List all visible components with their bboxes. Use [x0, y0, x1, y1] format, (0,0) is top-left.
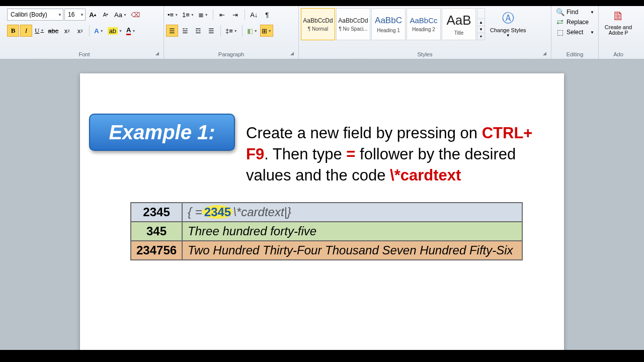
find-button[interactable]: 🔍 Find ▼: [553, 7, 596, 17]
group-editing-label: Editing: [553, 50, 596, 59]
cell-number: 234756: [131, 241, 182, 260]
change-styles-button[interactable]: Ⓐ Change Styles ▼: [487, 8, 529, 40]
group-styles: AaBbCcDd ¶ Normal AaBbCcDd ¶ No Spaci...…: [299, 6, 551, 59]
paragraph-dialog-launcher[interactable]: ◢: [290, 51, 296, 57]
workspace: Example 1: Create a new field by pressin…: [0, 59, 644, 350]
instruction-text: Create a new field by pressing on CTRL+ …: [246, 123, 549, 186]
sort-button[interactable]: A↓: [248, 9, 260, 21]
cell-number: 2345: [131, 203, 182, 222]
group-editing: 🔍 Find ▼ ⮂ Replace ⬚ Select ▼ Editing: [551, 6, 599, 59]
group-styles-label: Styles: [301, 50, 549, 59]
cell-number: 345: [131, 222, 182, 241]
text-effects-button[interactable]: A▼: [93, 25, 105, 37]
shading-button[interactable]: ◧▼: [246, 25, 259, 37]
font-size-value: 16: [68, 11, 74, 18]
bold-button[interactable]: B: [7, 25, 19, 37]
cell-fieldcode: { =2345\*cardtext|}: [182, 203, 522, 222]
style-gallery: AaBbCcDd ¶ Normal AaBbCcDd ¶ No Spaci...…: [301, 8, 485, 40]
group-paragraph-label: Paragraph: [166, 50, 296, 59]
cell-text: Two Hundred Thirty-Four Thousand Seven H…: [182, 241, 522, 260]
align-right-button[interactable]: ☲: [192, 25, 204, 37]
example-badge: Example 1:: [89, 114, 235, 151]
underline-button[interactable]: U▼: [33, 25, 45, 37]
create-pdf-button[interactable]: 🗎 Create and Adobe P: [601, 7, 636, 38]
cell-text: Three hundred forty-five: [182, 222, 522, 241]
numbering-button[interactable]: 1≡▼: [181, 9, 196, 21]
style-gallery-more[interactable]: ▲▼▾: [477, 8, 485, 40]
shrink-font-button[interactable]: A▾: [100, 9, 112, 21]
font-color-button[interactable]: A▼: [125, 25, 137, 37]
font-family-value: Calibri (Body): [11, 11, 47, 18]
align-center-button[interactable]: ☱: [179, 25, 191, 37]
line-spacing-button[interactable]: ‡≡▼: [224, 25, 239, 37]
group-adobe-label: Ado: [601, 50, 636, 59]
find-icon: 🔍: [555, 8, 565, 16]
group-adobe: 🗎 Create and Adobe P Ado: [599, 6, 638, 59]
decrease-indent-button[interactable]: ⇤: [216, 9, 228, 21]
style-nospacing[interactable]: AaBbCcDd ¶ No Spaci...: [336, 8, 370, 40]
change-styles-icon: Ⓐ: [502, 10, 514, 26]
font-size-combo[interactable]: 16▼: [64, 9, 86, 21]
style-heading1[interactable]: AaBbC Heading 1: [371, 8, 406, 40]
replace-button[interactable]: ⮂ Replace: [553, 17, 596, 27]
select-icon: ⬚: [555, 28, 565, 36]
show-marks-button[interactable]: ¶: [261, 9, 273, 21]
font-dialog-launcher[interactable]: ◢: [155, 51, 162, 57]
italic-button[interactable]: I: [20, 25, 32, 37]
table-row[interactable]: 2345 { =2345\*cardtext|}: [131, 203, 522, 222]
document-page[interactable]: Example 1: Create a new field by pressin…: [80, 73, 564, 350]
table-row[interactable]: 234756 Two Hundred Thirty-Four Thousand …: [131, 241, 522, 260]
justify-button[interactable]: ☰: [205, 25, 217, 37]
superscript-button[interactable]: x2: [74, 25, 86, 37]
highlight-button[interactable]: ab▼: [106, 25, 124, 37]
multilevel-button[interactable]: ≣▼: [197, 9, 210, 21]
table-row[interactable]: 345 Three hundred forty-five: [131, 222, 522, 241]
style-heading2[interactable]: AaBbCc Heading 2: [407, 8, 441, 40]
bullets-button[interactable]: •≡▼: [166, 9, 180, 21]
group-paragraph: •≡▼ 1≡▼ ≣▼ ⇤ ⇥ A↓ ¶ ☰ ☱ ☲ ☰ ‡≡▼ ◧▼ ⊞▼: [164, 6, 299, 59]
ribbon: Calibri (Body)▼ 16▼ A▴ A▾ Aa▼ ⌫ B I U▼ a…: [0, 6, 644, 59]
change-case-button[interactable]: Aa▼: [113, 9, 128, 21]
styles-dialog-launcher[interactable]: ◢: [543, 51, 549, 57]
replace-icon: ⮂: [555, 18, 565, 26]
select-button[interactable]: ⬚ Select ▼: [553, 27, 596, 37]
borders-button[interactable]: ⊞▼: [260, 25, 273, 37]
clear-format-button[interactable]: ⌫: [129, 9, 141, 21]
style-title[interactable]: AaB Title: [442, 8, 476, 40]
pdf-icon: 🗎: [612, 9, 624, 23]
subscript-button[interactable]: x2: [61, 25, 73, 37]
group-font-label: Font: [7, 50, 162, 59]
style-normal[interactable]: AaBbCcDd ¶ Normal: [301, 8, 335, 40]
increase-indent-button[interactable]: ⇥: [229, 9, 242, 21]
cardtext-table: 2345 { =2345\*cardtext|} 345 Three hundr…: [130, 202, 523, 260]
strike-button[interactable]: abc: [46, 25, 60, 37]
group-font: Calibri (Body)▼ 16▼ A▴ A▾ Aa▼ ⌫ B I U▼ a…: [5, 6, 164, 59]
align-left-button[interactable]: ☰: [166, 25, 178, 37]
grow-font-button[interactable]: A▴: [87, 9, 99, 21]
font-family-combo[interactable]: Calibri (Body)▼: [7, 9, 63, 21]
